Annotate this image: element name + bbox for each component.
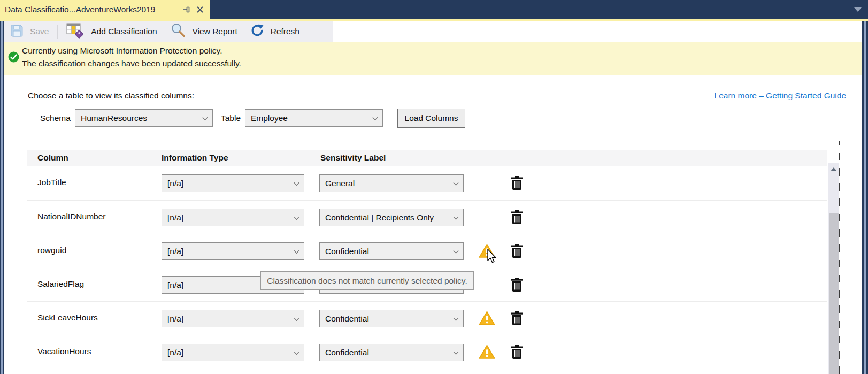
save-button[interactable]: Save (4, 21, 55, 42)
scrollbar-thumb[interactable] (829, 213, 839, 374)
sensitivity-label-select[interactable]: Confidential (319, 344, 464, 361)
load-columns-button[interactable]: Load Columns (397, 109, 465, 128)
information-type-select[interactable]: [n/a] (162, 344, 304, 361)
sensitivity-label-select[interactable]: Confidential (319, 310, 464, 327)
table-row: VacationHours [n/a] Confidential (27, 335, 827, 369)
sensitivity-value: General (325, 179, 355, 188)
table-label: Table (221, 113, 241, 123)
column-name: JobTitle (37, 178, 66, 187)
view-report-icon (170, 22, 186, 41)
delete-classification-icon[interactable] (511, 278, 523, 294)
sensitivity-label-header: Sensitivity Label (320, 153, 386, 163)
warning-tooltip-text: Classification does not match currently … (267, 276, 467, 286)
save-label: Save (30, 27, 49, 36)
policy-warning-icon[interactable] (479, 345, 495, 362)
status-infobar: Currently using Microsoft Information Pr… (4, 42, 862, 75)
infobar-line2: The classification changes have been upd… (22, 59, 241, 68)
table-row: SickLeaveHours [n/a] Confidential (27, 301, 827, 335)
toolbar-separator (57, 25, 58, 39)
delete-classification-icon[interactable] (511, 176, 523, 193)
chevron-down-icon (294, 180, 299, 185)
classification-grid: Column Information Type Sensitivity Labe… (26, 141, 840, 374)
tab-title: Data Classificatio...AdventureWorks2019 (5, 5, 177, 14)
table-row: JobTitle [n/a] General (27, 166, 827, 200)
infobar-line1: Currently using Microsoft Information Pr… (22, 46, 222, 56)
view-report-button[interactable]: View Report (164, 21, 244, 42)
information-type-select[interactable]: [n/a] (162, 174, 304, 192)
chevron-down-icon (454, 349, 459, 354)
chevron-down-icon (203, 115, 208, 120)
information-type-value: [n/a] (167, 213, 183, 223)
column-name: SickLeaveHours (37, 313, 98, 323)
information-type-select[interactable]: [n/a] (162, 242, 304, 260)
chevron-down-icon (294, 315, 299, 320)
sensitivity-value: Confidential | Recipients Only (325, 213, 434, 223)
table-select-value: Employee (251, 113, 288, 123)
add-classification-label: Add Classification (91, 27, 157, 36)
delete-classification-icon[interactable] (511, 311, 523, 328)
learn-more-link[interactable]: Learn more – Getting Started Guide (715, 91, 846, 101)
main-content: Choose a table to view its classified co… (4, 75, 862, 374)
load-columns-label: Load Columns (405, 113, 458, 123)
sensitivity-label-select[interactable]: Confidential | Recipients Only (319, 209, 464, 226)
information-type-select[interactable]: [n/a] (162, 310, 304, 327)
chevron-down-icon (373, 115, 378, 120)
table-row: NationalIDNumber [n/a] Confidential | Re… (27, 200, 827, 234)
refresh-button[interactable]: Refresh (244, 21, 306, 42)
chevron-down-icon (454, 248, 459, 253)
sensitivity-label-select[interactable]: General (319, 174, 464, 192)
chevron-down-icon (294, 248, 299, 253)
toolbar-group: Save Add Classification (4, 21, 333, 42)
chevron-down-icon (454, 180, 459, 185)
delete-classification-icon[interactable] (511, 244, 523, 261)
information-type-value: [n/a] (167, 348, 183, 357)
information-type-value: [n/a] (167, 314, 183, 324)
information-type-value: [n/a] (167, 179, 183, 188)
sensitivity-value: Confidential (325, 314, 369, 324)
grid-vertical-scrollbar[interactable] (828, 163, 839, 374)
refresh-label: Refresh (271, 27, 299, 36)
column-name: rowguid (37, 246, 66, 255)
sensitivity-value: Confidential (325, 247, 369, 256)
table-row: rowguid [n/a] Confidential (27, 234, 827, 268)
close-icon[interactable] (195, 5, 205, 14)
window-right-edge (862, 21, 868, 374)
information-type-value: [n/a] (167, 247, 183, 256)
schema-label: Schema (40, 113, 71, 123)
grid-header-row: Column Information Type Sensitivity Labe… (27, 150, 827, 166)
data-classification-window: Data Classificatio...AdventureWorks2019 … (0, 0, 868, 374)
sensitivity-label-select[interactable]: Confidential (319, 242, 464, 260)
column-name: VacationHours (37, 347, 91, 356)
delete-classification-icon[interactable] (511, 345, 523, 362)
information-type-value: [n/a] (167, 280, 183, 290)
document-tab[interactable]: Data Classificatio...AdventureWorks2019 (0, 0, 210, 19)
column-header: Column (37, 153, 68, 163)
chevron-down-icon (294, 349, 299, 354)
chevron-down-icon (454, 214, 459, 219)
table-select[interactable]: Employee (245, 109, 383, 127)
column-name: SalariedFlag (37, 279, 84, 289)
information-type-select[interactable]: [n/a] (162, 209, 304, 226)
policy-warning-icon[interactable] (479, 311, 495, 328)
document-tab-bar: Data Classificatio...AdventureWorks2019 (0, 0, 868, 19)
tab-list-chevron-icon[interactable] (854, 7, 862, 12)
chevron-down-icon (294, 214, 299, 219)
sensitivity-value: Confidential (325, 348, 369, 357)
toolbar: Save Add Classification (4, 21, 862, 42)
warning-tooltip: Classification does not match currently … (260, 271, 474, 290)
add-classification-icon (66, 22, 85, 41)
refresh-icon (250, 24, 264, 40)
success-check-icon (8, 51, 19, 65)
information-type-header: Information Type (162, 153, 228, 163)
column-name: NationalIDNumber (37, 212, 106, 222)
view-report-label: View Report (193, 27, 237, 36)
save-icon (10, 24, 24, 40)
schema-select[interactable]: HumanResources (75, 109, 213, 127)
choose-table-instruction: Choose a table to view its classified co… (28, 91, 194, 101)
schema-select-value: HumanResources (81, 113, 147, 123)
pin-icon[interactable] (181, 5, 191, 14)
add-classification-button[interactable]: Add Classification (60, 21, 163, 42)
delete-classification-icon[interactable] (511, 210, 523, 227)
scroll-up-arrow-icon[interactable] (831, 167, 837, 171)
window-left-edge (0, 21, 4, 374)
